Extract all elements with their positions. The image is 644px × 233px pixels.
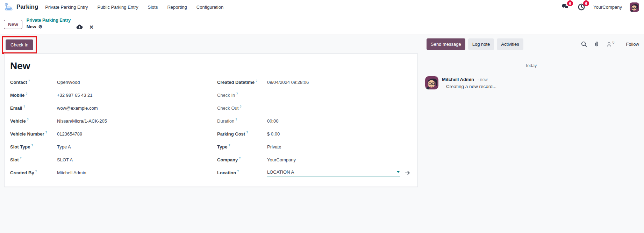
help-icon[interactable]: ?	[235, 118, 237, 121]
help-icon[interactable]: ?	[26, 92, 27, 95]
check-in-button[interactable]: Check In	[6, 39, 33, 50]
menu-slots[interactable]: Slots	[148, 3, 158, 11]
field-type: Type? Private	[217, 140, 411, 153]
message-body: Creating a new record...	[442, 84, 496, 89]
field-location: Location? LOCATION A	[217, 166, 411, 179]
field-mobile: Mobile? +32 987 65 43 21	[10, 89, 217, 102]
parking-app-icon[interactable]: P	[4, 2, 13, 12]
field-slot-value[interactable]: SLOT A	[57, 157, 73, 162]
help-icon[interactable]: ?	[239, 105, 241, 108]
field-created-datetime: Created Datetime? 09/04/2024 09:28:06	[217, 76, 411, 89]
message-time: - now	[477, 77, 487, 82]
help-icon[interactable]: ?	[237, 169, 239, 173]
followers-icon[interactable]: 0	[606, 41, 615, 48]
messages-icon[interactable]: 6	[561, 3, 570, 11]
field-created-datetime-value[interactable]: 09/04/2024 09:28:06	[267, 80, 309, 85]
control-panel: New Private Parking Entry New ⚙ ✕	[0, 14, 644, 35]
field-parking-cost-value[interactable]: $ 0.00	[267, 131, 280, 137]
field-vehicle: Vehicle? Nissan/Micra/1-ACK-205	[10, 115, 217, 128]
field-slot: Slot? SLOT A	[10, 153, 217, 166]
field-type-value[interactable]: Private	[267, 144, 281, 150]
field-mobile-value[interactable]: +32 987 65 43 21	[57, 93, 93, 98]
field-duration: Duration? 00:00	[217, 115, 411, 128]
field-duration-value[interactable]: 00:00	[267, 118, 279, 124]
annotation-highlight: Check In	[2, 36, 37, 54]
help-icon[interactable]: ?	[256, 79, 257, 82]
help-icon[interactable]: ?	[23, 105, 25, 108]
field-parking-cost: Parking Cost? $ 0.00	[217, 128, 411, 140]
location-input[interactable]: LOCATION A	[267, 169, 400, 176]
attachment-paperclip-icon[interactable]	[593, 41, 600, 48]
activities-button[interactable]: Activities	[497, 38, 523, 50]
breadcrumb-parent-link[interactable]: Private Parking Entry	[27, 18, 94, 23]
gear-icon[interactable]: ⚙	[38, 24, 43, 30]
message-author-avatar[interactable]	[425, 76, 438, 89]
breadcrumb: Private Parking Entry New ⚙ ✕	[27, 18, 94, 31]
send-message-button[interactable]: Send message	[427, 38, 465, 50]
form-right-column: Created Datetime? 09/04/2024 09:28:06 Ch…	[217, 76, 411, 179]
chatter-thread: Today Mitchell Admin - now	[425, 63, 637, 89]
date-divider-label: Today	[525, 63, 537, 68]
field-slot-type-value[interactable]: Type A	[57, 144, 71, 150]
activities-badge: 6	[583, 0, 589, 6]
form-sheet: New Contact? OpenWood Mobile? +32 987 65…	[4, 53, 418, 187]
main-content: Check In Send message Log note Activitie…	[0, 35, 644, 233]
field-contact: Contact? OpenWood	[10, 76, 217, 89]
date-divider: Today	[425, 63, 637, 68]
main-menu: Private Parking Entry Public Parking Ent…	[45, 3, 223, 11]
help-icon[interactable]: ?	[31, 144, 33, 147]
field-vehicle-number: Vehicle Number? 0123654789	[10, 128, 217, 140]
field-company-value[interactable]: YourCompany	[267, 157, 296, 162]
help-icon[interactable]: ?	[246, 131, 248, 134]
field-check-out: Check Out?	[217, 102, 411, 115]
log-note-button[interactable]: Log note	[468, 38, 494, 50]
navbar-systray: 6 6 YourCompany	[561, 2, 639, 12]
company-name[interactable]: YourCompany	[593, 5, 622, 10]
message-author[interactable]: Mitchell Admin	[442, 77, 474, 82]
menu-configuration[interactable]: Configuration	[196, 3, 223, 11]
breadcrumb-current: New	[27, 24, 36, 30]
follow-button[interactable]: Follow	[626, 42, 639, 47]
field-email: Email? wow@example.com	[10, 102, 217, 115]
menu-public-parking-entry[interactable]: Public Parking Entry	[97, 3, 138, 11]
menu-private-parking-entry[interactable]: Private Parking Entry	[45, 3, 88, 11]
location-value: LOCATION A	[267, 169, 294, 175]
field-vehicle-value[interactable]: Nissan/Micra/1-ACK-205	[57, 118, 107, 124]
field-created-by: Created By? Mitchell Admin	[10, 166, 217, 179]
help-icon[interactable]: ?	[27, 118, 29, 121]
record-title: New	[10, 60, 412, 72]
help-icon[interactable]: ?	[45, 131, 47, 134]
svg-text:P: P	[6, 3, 7, 5]
help-icon[interactable]: ?	[20, 156, 22, 160]
new-button[interactable]: New	[4, 20, 22, 29]
help-icon[interactable]: ?	[239, 156, 241, 160]
menu-reporting[interactable]: Reporting	[167, 3, 187, 11]
chevron-down-icon[interactable]	[396, 171, 400, 173]
field-contact-value[interactable]: OpenWood	[57, 80, 80, 85]
follower-count: 0	[613, 41, 615, 44]
chatter-message: Mitchell Admin - now Creating a new reco…	[425, 76, 637, 89]
help-icon[interactable]: ?	[28, 79, 30, 82]
activities-clock-icon[interactable]: 6	[577, 3, 586, 11]
form-left-column: Contact? OpenWood Mobile? +32 987 65 43 …	[10, 76, 217, 179]
search-messages-icon[interactable]	[581, 41, 587, 48]
internal-link-arrow-icon[interactable]	[405, 170, 411, 176]
field-slot-type: Slot Type? Type A	[10, 140, 217, 153]
top-navbar: P Parking Private Parking Entry Public P…	[0, 0, 644, 14]
save-cloud-icon[interactable]	[76, 23, 83, 31]
field-vehicle-number-value[interactable]: 0123654789	[57, 131, 82, 137]
app-name[interactable]: Parking	[16, 3, 38, 10]
help-icon[interactable]: ?	[236, 92, 238, 95]
field-check-in: Check In?	[217, 89, 411, 102]
help-icon[interactable]: ?	[228, 144, 230, 147]
messages-badge: 6	[567, 0, 573, 6]
field-company: Company? YourCompany	[217, 153, 411, 166]
field-created-by-value[interactable]: Mitchell Admin	[57, 170, 86, 175]
field-email-value[interactable]: wow@example.com	[57, 105, 98, 111]
user-avatar[interactable]	[630, 2, 639, 12]
discard-icon[interactable]: ✕	[89, 24, 94, 30]
help-icon[interactable]: ?	[35, 169, 37, 173]
chatter-toolbar: Send message Log note Activities 0	[427, 38, 639, 50]
